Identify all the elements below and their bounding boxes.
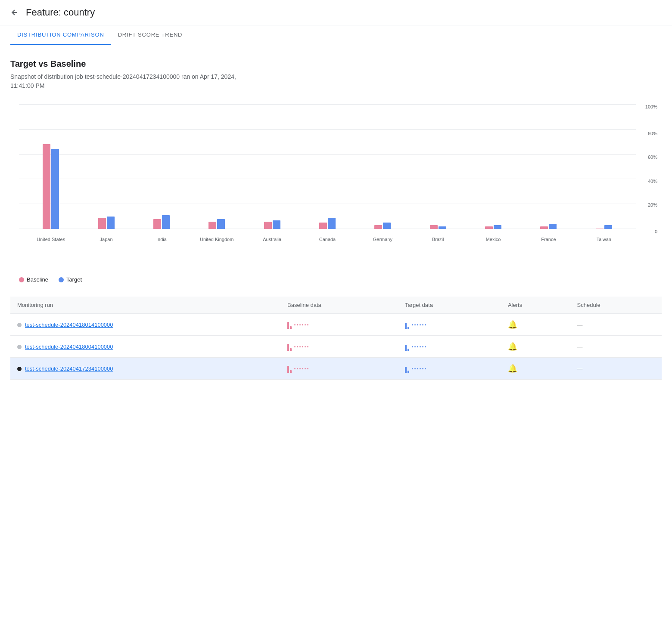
mini-baseline-chart — [287, 364, 391, 373]
table-row: test-schedule-20240418004100000 — [10, 336, 662, 358]
monitoring-run-link[interactable]: test-schedule-20240418004100000 — [25, 344, 113, 350]
bar-baseline — [153, 219, 161, 229]
mini-dot-target — [422, 368, 423, 369]
mini-dot — [294, 368, 296, 369]
legend-baseline-label: Baseline — [27, 276, 48, 283]
mini-dots-baseline — [294, 368, 308, 369]
mini-dots-baseline — [294, 324, 308, 325]
mini-bar-baseline-short — [290, 326, 292, 329]
bar-group — [189, 219, 244, 229]
mini-dot — [302, 346, 303, 347]
table-row: test-schedule-20240418014100000 — [10, 314, 662, 336]
mini-dot — [297, 324, 298, 325]
table-cell-run: test-schedule-20240417234100000 — [10, 358, 280, 380]
mini-dot-target — [412, 324, 413, 325]
tab-distribution[interactable]: DISTRIBUTION COMPARISON — [10, 25, 111, 45]
bar-target — [383, 223, 391, 229]
mini-dot — [305, 346, 306, 347]
y-label-20: 20% — [648, 202, 657, 207]
legend-baseline-dot — [19, 277, 24, 282]
mini-bar-target-short — [408, 327, 409, 329]
legend-baseline: Baseline — [19, 276, 48, 283]
mini-target-chart — [405, 342, 494, 351]
section-title: Target vs Baseline — [10, 59, 662, 69]
monitoring-table: Monitoring run Baseline data Target data… — [10, 297, 662, 380]
mini-bar-group — [287, 320, 292, 329]
row-indicator — [17, 345, 22, 349]
table-cell-target — [398, 314, 501, 336]
bar-baseline — [264, 222, 272, 229]
bar-target — [217, 219, 225, 229]
col-monitoring-run: Monitoring run — [10, 297, 280, 314]
mini-dot-target — [412, 346, 413, 347]
x-axis-labels: United StatesJapanIndiaUnited KingdomAus… — [19, 234, 636, 242]
monitoring-run-link[interactable]: test-schedule-20240418014100000 — [25, 322, 113, 328]
bar-group — [134, 215, 189, 229]
bar-baseline — [430, 225, 438, 229]
table-cell-run: test-schedule-20240418014100000 — [10, 314, 280, 336]
mini-dot-target — [425, 368, 426, 369]
bar-target — [162, 215, 170, 229]
bar-baseline — [43, 144, 50, 229]
y-label-100: 100% — [645, 104, 657, 109]
y-label-60: 60% — [648, 155, 657, 160]
monitoring-run-link[interactable]: test-schedule-20240417234100000 — [25, 365, 113, 372]
bar-group — [466, 225, 521, 229]
bar-baseline — [208, 222, 216, 229]
mini-baseline-chart — [287, 320, 391, 329]
table-cell-run: test-schedule-20240418004100000 — [10, 336, 280, 358]
mini-dot-target — [414, 324, 416, 325]
table-cell-schedule: — — [570, 336, 662, 358]
row-indicator — [17, 367, 22, 371]
mini-dot — [307, 324, 308, 325]
y-label-80: 80% — [648, 131, 657, 136]
bar-target — [549, 224, 557, 229]
x-label: United States — [23, 234, 78, 242]
chart-area: 100% 80% 60% 40% 20% 0 United StatesJapa… — [19, 104, 636, 242]
mini-dot — [305, 368, 306, 369]
x-label: Canada — [300, 234, 355, 242]
bar-group — [23, 144, 78, 229]
bar-group — [78, 217, 134, 229]
mini-bar-baseline-tall — [287, 322, 289, 329]
mini-bar-baseline-short — [290, 370, 292, 373]
mini-dot-target — [425, 346, 426, 347]
mini-dot — [294, 346, 296, 347]
legend-target: Target — [59, 276, 82, 283]
alert-bell-icon: 🔔 — [508, 342, 517, 351]
col-baseline-data: Baseline data — [280, 297, 398, 314]
alert-bell-icon: 🔔 — [508, 364, 517, 373]
back-button[interactable] — [10, 8, 19, 17]
table-row: test-schedule-20240417234100000 — [10, 358, 662, 380]
bar-target — [494, 225, 501, 229]
mini-dot-target — [422, 324, 423, 325]
col-schedule: Schedule — [570, 297, 662, 314]
y-label-40: 40% — [648, 179, 657, 184]
mini-baseline-chart — [287, 342, 391, 351]
table-cell-baseline — [280, 314, 398, 336]
mini-bar-baseline-tall — [287, 344, 289, 351]
x-label: Australia — [244, 234, 299, 242]
tab-drift[interactable]: DRIFT SCORE TREND — [111, 25, 190, 45]
mini-dot-target — [412, 368, 413, 369]
section-subtitle: Snapshot of distribution job test-schedu… — [10, 72, 662, 90]
table-header-row: Monitoring run Baseline data Target data… — [10, 297, 662, 314]
x-label: Germany — [355, 234, 410, 242]
x-label: India — [134, 234, 189, 242]
mini-dot — [307, 346, 308, 347]
table-cell-baseline — [280, 358, 398, 380]
bar-target — [51, 149, 59, 229]
mini-dot-target — [414, 368, 416, 369]
x-label: France — [521, 234, 576, 242]
y-label-0: 0 — [655, 229, 657, 234]
mini-dot — [299, 346, 301, 347]
bar-target — [328, 218, 336, 229]
mini-bar-target-tall — [405, 323, 407, 329]
mini-dot — [297, 368, 298, 369]
bar-group — [411, 225, 466, 229]
table-cell-alerts: 🔔 — [501, 314, 570, 336]
tab-bar: DISTRIBUTION COMPARISON DRIFT SCORE TREN… — [0, 25, 672, 45]
bars-area — [19, 104, 636, 229]
y-axis-labels: 100% 80% 60% 40% 20% 0 — [645, 104, 657, 229]
bar-target — [107, 217, 115, 229]
